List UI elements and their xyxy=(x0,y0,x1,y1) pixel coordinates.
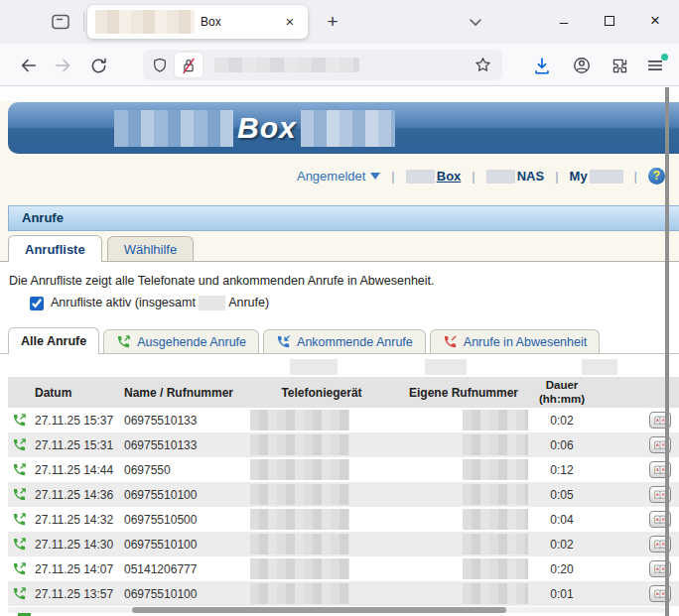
reload-button[interactable] xyxy=(84,52,112,79)
call-number: 06975510133 xyxy=(119,438,248,452)
firefox-view-button[interactable] xyxy=(50,11,73,33)
shield-button[interactable] xyxy=(151,57,169,74)
tab-separator xyxy=(83,12,84,32)
extensions-button[interactable] xyxy=(606,52,633,79)
description-text: Die Anrufliste zeigt alle Telefonate und… xyxy=(9,274,435,288)
incoming-call-icon xyxy=(276,334,291,349)
call-date: 27.11.25 14:36 xyxy=(30,488,119,502)
outgoing-call-icon xyxy=(12,487,27,502)
call-row[interactable]: 27.11.25 14:30 06975510100 0:02 A B xyxy=(8,532,679,556)
call-number: 06975510100 xyxy=(119,587,248,601)
col-header-name: Name / Rufnummer xyxy=(119,386,248,400)
section-title: Anrufe xyxy=(22,210,64,225)
nav-divider: | xyxy=(555,169,558,184)
tab-close-button[interactable]: × xyxy=(280,12,300,32)
new-tab-button[interactable]: + xyxy=(320,9,345,35)
back-button[interactable] xyxy=(14,52,42,79)
call-row[interactable]: 27.11.25 14:36 06975510100 0:05 A B xyxy=(8,482,679,507)
call-number: 06975510100 xyxy=(119,538,248,552)
puzzle-icon xyxy=(611,57,629,75)
browser-tab[interactable]: Box × xyxy=(87,5,308,39)
nav-link-my[interactable]: My xyxy=(570,169,623,184)
minimize-button[interactable]: – xyxy=(548,6,580,36)
svg-text:A: A xyxy=(656,591,659,596)
tab-anrufliste[interactable]: Anrufliste xyxy=(8,235,102,262)
nav-link-nas-label: NAS xyxy=(517,169,544,184)
svg-text:A: A xyxy=(656,418,659,423)
nav-divider: | xyxy=(391,169,394,184)
filter-tab-all[interactable]: Alle Anrufe xyxy=(8,327,99,354)
dropdown-arrow-icon xyxy=(370,173,380,180)
call-date: 27.11.25 13:57 xyxy=(30,587,119,601)
tab-waehlhilfe[interactable]: Wählhilfe xyxy=(107,236,194,261)
missed-call-icon xyxy=(443,334,458,349)
forward-icon xyxy=(54,56,73,75)
outgoing-call-icon xyxy=(12,462,27,477)
filter-tab-outgoing[interactable]: Ausgehende Anrufe xyxy=(103,329,259,353)
brand-banner: Box xyxy=(8,102,679,154)
section-title-bar: Anrufe xyxy=(8,205,679,231)
call-list-active-checkbox[interactable] xyxy=(30,297,44,310)
account-button[interactable] xyxy=(568,52,596,79)
content-panel: Die Anrufliste zeigt alle Telefonate und… xyxy=(0,261,679,616)
redacted-favicon xyxy=(95,10,195,34)
insecure-connection-indicator[interactable] xyxy=(175,53,203,77)
forward-button[interactable] xyxy=(50,52,77,79)
page-top-strip xyxy=(0,86,679,101)
call-row[interactable]: 27.11.25 15:37 06975510133 0:02 A B xyxy=(8,408,679,432)
browser-tab-bar: Box × + – × xyxy=(0,0,679,44)
call-duration: 0:02 xyxy=(532,414,592,428)
svg-text:A: A xyxy=(656,542,659,547)
nav-link-nas[interactable]: NAS xyxy=(486,169,544,184)
redacted-own-number xyxy=(463,434,528,455)
outgoing-call-icon xyxy=(12,561,27,576)
filter-tab-missed[interactable]: Anrufe in Abwesenheit xyxy=(430,329,600,353)
call-number: 06975510100 xyxy=(119,488,248,502)
filter-tab-label: Ankommende Anrufe xyxy=(297,335,413,349)
update-notification-dot xyxy=(661,54,668,61)
call-row[interactable]: 27.11.25 13:57 06975510100 0:01 A B xyxy=(8,581,679,606)
call-row[interactable]: 27.11.25 14:44 0697550 0:12 A B xyxy=(8,457,679,482)
redacted-own-number xyxy=(463,459,528,480)
redacted-block xyxy=(582,359,617,375)
filter-tab-label: Alle Anrufe xyxy=(21,334,86,348)
account-icon xyxy=(572,56,592,75)
help-button[interactable]: ? xyxy=(648,168,665,185)
call-row[interactable]: 27.11.25 14:32 06975510500 0:04 A B xyxy=(8,507,679,532)
nav-link-box[interactable]: Box xyxy=(406,169,462,184)
outgoing-call-icon xyxy=(12,512,27,527)
window-close-button[interactable]: × xyxy=(639,6,671,36)
redacted-own-number xyxy=(463,534,528,554)
horizontal-scrollbar-thumb[interactable] xyxy=(132,607,506,613)
list-all-tabs-button[interactable] xyxy=(465,10,490,34)
nav-link-box-label: Box xyxy=(437,169,462,184)
downloads-button[interactable] xyxy=(528,52,556,79)
bookmark-button[interactable] xyxy=(471,54,494,77)
redacted-block xyxy=(425,359,467,375)
redacted-own-number xyxy=(463,509,528,530)
redacted-logo-prefix xyxy=(114,110,233,147)
filter-tab-label: Ausgehende Anrufe xyxy=(137,335,246,349)
redacted-device xyxy=(250,509,349,530)
call-duration: 0:20 xyxy=(532,562,592,576)
crossed-lock-icon xyxy=(180,57,198,74)
call-row[interactable]: 27.11.25 15:31 06975510133 0:06 A B xyxy=(8,432,679,457)
call-list-active-row[interactable]: Anrufliste aktiv (insgesamt Anrufe) xyxy=(30,296,269,310)
filter-tab-incoming[interactable]: Ankommende Anrufe xyxy=(263,329,426,353)
logged-in-menu[interactable]: Angemeldet xyxy=(297,169,380,184)
shield-icon xyxy=(151,57,169,74)
redacted-own-number xyxy=(463,484,528,505)
maximize-button[interactable] xyxy=(594,6,625,36)
redacted-device xyxy=(250,583,349,604)
horizontal-scrollbar[interactable] xyxy=(8,607,665,613)
redacted-device xyxy=(250,484,349,505)
url-bar[interactable] xyxy=(143,50,502,80)
outgoing-call-icon xyxy=(116,334,131,349)
call-date: 27.11.25 14:32 xyxy=(30,513,119,527)
svg-text:A: A xyxy=(656,517,659,522)
call-row[interactable]: 27.11.25 14:07 05141206777 0:20 A B xyxy=(8,556,679,581)
menu-button[interactable] xyxy=(641,52,669,79)
logo-text: Box xyxy=(233,109,301,147)
outgoing-call-icon xyxy=(12,537,27,552)
vertical-scrollbar[interactable] xyxy=(665,87,669,616)
